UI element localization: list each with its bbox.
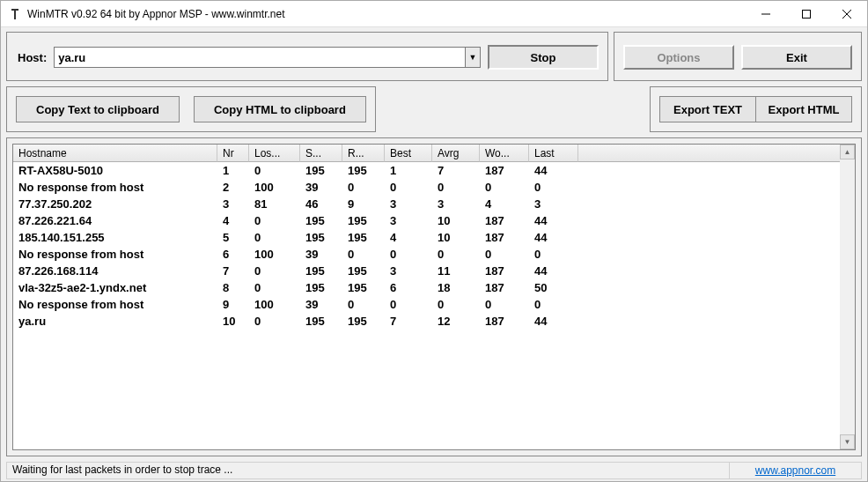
table-cell: vla-32z5-ae2-1.yndx.net: [13, 279, 217, 296]
table-cell: 7: [217, 263, 249, 279]
table-cell: 1: [385, 162, 432, 179]
window-title: WinMTR v0.92 64 bit by Appnor MSP - www.…: [27, 8, 746, 20]
table-cell: 0: [249, 212, 300, 229]
column-header[interactable]: Wo...: [480, 145, 529, 162]
table-cell: 100: [249, 179, 300, 196]
column-header-spacer: [578, 145, 840, 162]
table-cell: 0: [432, 246, 480, 263]
scroll-track[interactable]: [840, 159, 855, 434]
copy-panel: Copy Text to clipboard Copy HTML to clip…: [6, 86, 376, 132]
table-cell: ya.ru: [13, 313, 217, 330]
client-area: Host: ▼ Stop Options Exit Copy Text to c…: [1, 27, 867, 481]
column-header[interactable]: Best: [385, 145, 432, 162]
table-cell: 0: [529, 246, 578, 263]
table-row[interactable]: No response from host61003900000: [13, 246, 840, 263]
table-cell: No response from host: [13, 179, 217, 196]
table-cell: 195: [342, 263, 385, 279]
column-header[interactable]: Avrg: [432, 145, 480, 162]
table-cell: 6: [385, 279, 432, 296]
table-cell: 10: [432, 212, 480, 229]
table-cell: 195: [300, 313, 342, 330]
table-cell: 0: [432, 296, 480, 313]
copy-html-button[interactable]: Copy HTML to clipboard: [194, 96, 366, 122]
svg-line-4: [842, 10, 851, 19]
table-cell: 0: [342, 296, 385, 313]
column-header[interactable]: Last: [529, 145, 578, 162]
statusbar: Waiting for last packets in order to sto…: [6, 462, 862, 479]
stop-button[interactable]: Stop: [488, 45, 599, 70]
host-input[interactable]: [54, 47, 466, 68]
column-header[interactable]: S...: [300, 145, 342, 162]
table-row[interactable]: vla-32z5-ae2-1.yndx.net8019519561818750: [13, 279, 840, 296]
toolbar-row: Copy Text to clipboard Copy HTML to clip…: [6, 86, 862, 132]
export-text-button[interactable]: Export TEXT: [659, 96, 756, 122]
table-cell: 3: [529, 196, 578, 212]
column-header[interactable]: Nr: [217, 145, 249, 162]
maximize-button[interactable]: [786, 1, 827, 26]
table-row[interactable]: 77.37.250.2023814693343: [13, 196, 840, 212]
table-cell: 3: [385, 196, 432, 212]
table-row[interactable]: No response from host21003900000: [13, 179, 840, 196]
options-button[interactable]: Options: [623, 45, 734, 70]
scroll-up-button[interactable]: ▲: [840, 145, 855, 159]
table-cell: 0: [385, 179, 432, 196]
table-body: RT-AX58U-5010101951951718744No response …: [13, 162, 840, 449]
table-cell: 44: [529, 212, 578, 229]
table-cell: 4: [480, 196, 529, 212]
table-cell: 3: [385, 212, 432, 229]
grid-area: HostnameNrLos...S...R...BestAvrgWo...Las…: [12, 144, 856, 450]
column-header[interactable]: R...: [342, 145, 385, 162]
table-cell: 187: [480, 263, 529, 279]
table-cell: 187: [480, 229, 529, 246]
table-cell: No response from host: [13, 296, 217, 313]
table-row[interactable]: 87.226.221.644019519531018744: [13, 212, 840, 229]
table-cell: 39: [300, 246, 342, 263]
table-cell: 87.226.221.64: [13, 212, 217, 229]
status-text: Waiting for last packets in order to sto…: [6, 462, 730, 479]
table-cell: 187: [480, 279, 529, 296]
top-panel-row: Host: ▼ Stop Options Exit: [6, 32, 862, 81]
host-dropdown-arrow[interactable]: ▼: [465, 47, 481, 68]
export-panel: Export TEXT Export HTML: [650, 86, 862, 132]
table-cell: 9: [217, 296, 249, 313]
table-cell: 195: [300, 162, 342, 179]
grid-panel: HostnameNrLos...S...R...BestAvrgWo...Las…: [6, 137, 862, 456]
table-cell: 0: [480, 296, 529, 313]
table-row[interactable]: RT-AX58U-5010101951951718744: [13, 162, 840, 179]
window-controls: [746, 1, 867, 26]
titlebar: WinMTR v0.92 64 bit by Appnor MSP - www.…: [1, 1, 867, 27]
table-cell: 187: [480, 162, 529, 179]
table-cell: 187: [480, 313, 529, 330]
table-cell: 18: [432, 279, 480, 296]
vertical-scrollbar[interactable]: ▲ ▼: [840, 145, 855, 449]
table-cell: 6: [217, 246, 249, 263]
table-cell: 195: [342, 313, 385, 330]
close-button[interactable]: [827, 1, 867, 26]
host-combo: ▼: [54, 47, 481, 68]
table-cell: 0: [342, 246, 385, 263]
table-row[interactable]: 87.226.168.1147019519531118744: [13, 263, 840, 279]
scroll-down-button[interactable]: ▼: [840, 434, 855, 449]
results-table: HostnameNrLos...S...R...BestAvrgWo...Las…: [13, 145, 840, 449]
table-cell: 195: [342, 229, 385, 246]
table-cell: 0: [249, 162, 300, 179]
minimize-button[interactable]: [746, 1, 786, 26]
table-cell: 10: [432, 229, 480, 246]
table-row[interactable]: ya.ru10019519571218744: [13, 313, 840, 330]
app-window: WinMTR v0.92 64 bit by Appnor MSP - www.…: [0, 0, 868, 482]
column-header[interactable]: Los...: [249, 145, 300, 162]
table-cell: 44: [529, 229, 578, 246]
table-row[interactable]: 185.140.151.2555019519541018744: [13, 229, 840, 246]
copy-text-button[interactable]: Copy Text to clipboard: [16, 96, 180, 122]
table-row[interactable]: No response from host91003900000: [13, 296, 840, 313]
column-header[interactable]: Hostname: [13, 145, 217, 162]
table-cell: 185.140.151.255: [13, 229, 217, 246]
table-cell: 195: [342, 212, 385, 229]
chevron-down-icon: ▼: [469, 53, 477, 62]
status-link[interactable]: www.appnor.com: [730, 462, 862, 479]
exit-button[interactable]: Exit: [741, 45, 852, 70]
options-panel: Options Exit: [614, 32, 862, 81]
table-cell: 44: [529, 263, 578, 279]
chevron-down-icon: ▼: [844, 438, 851, 446]
export-html-button[interactable]: Export HTML: [755, 96, 852, 122]
